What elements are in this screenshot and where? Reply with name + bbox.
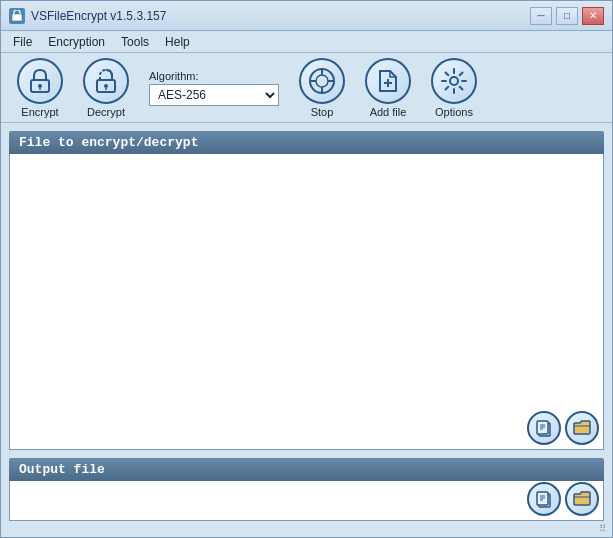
file-input[interactable] [14,158,599,445]
options-icon [431,58,477,104]
app-icon [9,8,25,24]
encrypt-label: Encrypt [21,106,58,118]
file-section-header: File to encrypt/decrypt [9,131,604,154]
maximize-button[interactable]: □ [556,7,578,25]
close-icon: ✕ [589,10,597,21]
stop-button[interactable]: Stop [291,54,353,122]
add-file-icon [365,58,411,104]
encrypt-button[interactable]: Encrypt [9,54,71,122]
stop-label: Stop [311,106,334,118]
algorithm-section: Algorithm: AES-256 AES-128 DES 3DES Blow… [149,70,279,106]
output-section-header: Output file [9,458,604,481]
encrypt-icon [17,58,63,104]
window-controls: ─ □ ✕ [530,7,604,25]
menu-tools[interactable]: Tools [113,33,157,51]
output-copy-button[interactable] [527,482,561,516]
output-section-body [9,481,604,521]
menubar: File Encryption Tools Help [1,31,612,53]
menu-file[interactable]: File [5,33,40,51]
svg-point-15 [450,77,458,85]
decrypt-button[interactable]: Decrypt [75,54,137,122]
decrypt-label: Decrypt [87,106,125,118]
statusbar: ⠿ [1,529,612,537]
window-title: VSFileEncrypt v1.5.3.157 [31,9,530,23]
stop-icon [299,58,345,104]
minimize-button[interactable]: ─ [530,7,552,25]
output-section: Output file [9,458,604,521]
svg-point-2 [38,84,42,88]
titlebar: VSFileEncrypt v1.5.3.157 ─ □ ✕ [1,1,612,31]
decrypt-icon [83,58,129,104]
resize-handle[interactable]: ⠿ [599,524,611,536]
algorithm-label: Algorithm: [149,70,279,82]
main-window: VSFileEncrypt v1.5.3.157 ─ □ ✕ File Encr… [0,0,613,538]
content-area: File to encrypt/decrypt [1,123,612,529]
algorithm-select[interactable]: AES-256 AES-128 DES 3DES Blowfish [149,84,279,106]
copy-icon [535,419,553,437]
file-section-body [9,154,604,450]
menu-help[interactable]: Help [157,33,198,51]
folder-icon [573,490,591,508]
maximize-icon: □ [564,10,570,21]
toolbar: Encrypt Decrypt Algorithm: AES-256 [1,53,612,123]
output-input[interactable] [14,494,599,508]
file-section-actions [527,411,599,445]
svg-point-8 [316,75,328,87]
output-browse-button[interactable] [565,482,599,516]
add-file-label: Add file [370,106,407,118]
close-button[interactable]: ✕ [582,7,604,25]
menu-encryption[interactable]: Encryption [40,33,113,51]
folder-icon [573,419,591,437]
minimize-icon: ─ [537,10,544,21]
output-section-actions [527,482,599,516]
copy-icon [535,490,553,508]
add-file-button[interactable]: Add file [357,54,419,122]
options-button[interactable]: Options [423,54,485,122]
file-copy-button[interactable] [527,411,561,445]
options-label: Options [435,106,473,118]
svg-rect-0 [12,14,22,21]
file-browse-button[interactable] [565,411,599,445]
svg-point-5 [104,84,108,88]
file-section: File to encrypt/decrypt [9,131,604,450]
